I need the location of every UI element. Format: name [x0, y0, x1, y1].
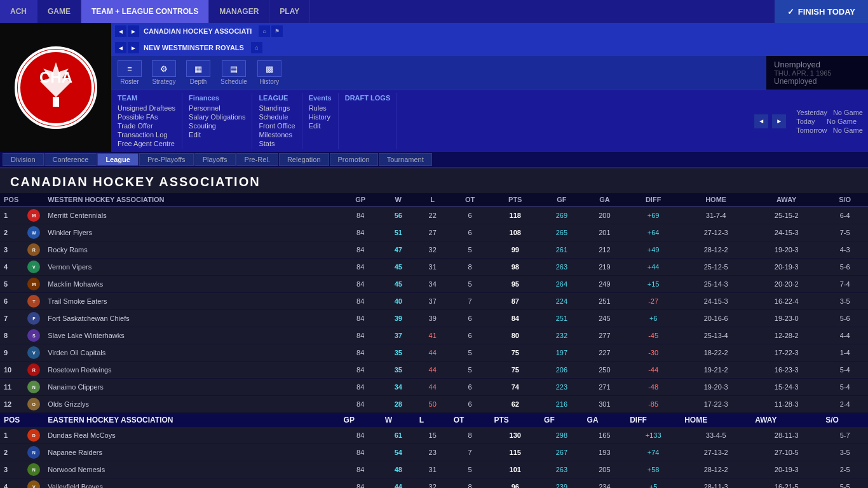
- table-row[interactable]: 4 V Valleyfield Braves 84 44 32 8 96 239…: [0, 478, 868, 489]
- team-name-cell[interactable]: Fort Saskatchewan Chiefs: [44, 310, 339, 327]
- so-cell: 2-5: [822, 461, 868, 478]
- league-breadcrumb[interactable]: CANADIAN HOCKEY ASSOCIATI: [142, 27, 254, 35]
- l-cell: 50: [416, 396, 450, 413]
- team-name-cell[interactable]: Valleyfield Braves: [44, 478, 339, 489]
- flag-icon[interactable]: ⚑: [271, 25, 283, 37]
- tab-conference[interactable]: Conference: [44, 153, 97, 166]
- table-row[interactable]: 9 V Virden Oil Capitals 84 35 44 5 75 19…: [0, 344, 868, 362]
- team-name-cell[interactable]: Winkler Flyers: [44, 224, 339, 241]
- team-name-cell[interactable]: Virden Oil Capitals: [44, 344, 339, 362]
- team-breadcrumb[interactable]: NEW WESTMINSTER ROYALS: [142, 44, 246, 51]
- pos-cell: 9: [0, 344, 24, 362]
- history-toolbar-item[interactable]: ▩ History: [257, 60, 281, 85]
- table-row[interactable]: 8 S Slave Lake Winterhawks 84 37 41 6 80…: [0, 327, 868, 344]
- table-row[interactable]: 3 N Norwood Nemesis 84 48 31 5 101 263 2…: [0, 461, 868, 478]
- tab-pre-rel[interactable]: Pre-Rel.: [236, 153, 278, 166]
- team-name-cell[interactable]: Olds Grizzlys: [44, 396, 339, 413]
- milestones-link[interactable]: Milestones: [259, 130, 295, 139]
- nav-back-button-2[interactable]: ◄: [115, 42, 126, 53]
- table-row[interactable]: 3 R Rocky Rams 84 47 32 5 99 261 212 +49…: [0, 241, 868, 259]
- team-name-cell[interactable]: Dundas Real McCoys: [44, 427, 339, 444]
- w-cell: 40: [381, 293, 416, 310]
- team-name-cell[interactable]: Merritt Centennials: [44, 207, 339, 224]
- history-link[interactable]: History: [309, 112, 332, 121]
- w-cell: 51: [381, 224, 416, 241]
- ga-cell: 245: [583, 310, 627, 327]
- personnel-link[interactable]: Personnel: [189, 104, 245, 112]
- nav-forward-button[interactable]: ►: [128, 25, 139, 37]
- tab-playoffs[interactable]: Playoffs: [194, 153, 236, 166]
- trade-offer-link[interactable]: Trade Offer: [118, 121, 175, 130]
- gf-cell: 239: [540, 478, 583, 489]
- front-office-link[interactable]: Front Office: [259, 121, 295, 130]
- events-edit-link[interactable]: Edit: [309, 121, 332, 130]
- home-cell: 25-12-5: [681, 259, 751, 276]
- draft-prev-button[interactable]: ◄: [754, 114, 768, 128]
- nav-forward-button-2[interactable]: ►: [128, 42, 139, 53]
- table-row[interactable]: 6 T Trail Smoke Eaters 84 40 37 7 87 224…: [0, 293, 868, 310]
- diff-cell: -48: [626, 379, 681, 396]
- table-row[interactable]: 5 M Macklin Mohawks 84 45 34 5 95 264 24…: [0, 276, 868, 293]
- strategy-toolbar-item[interactable]: ⚙ Strategy: [152, 60, 176, 85]
- draft-next-button[interactable]: ►: [772, 114, 786, 128]
- table-row[interactable]: 1 D Dundas Real McCoys 84 61 15 8 130 29…: [0, 427, 868, 444]
- nav-play[interactable]: PLAY: [269, 0, 310, 23]
- pos-cell: 12: [0, 396, 24, 413]
- roster-toolbar-item[interactable]: ≡ Roster: [118, 60, 142, 85]
- nav-manager[interactable]: MANAGER: [209, 0, 269, 23]
- stats-link[interactable]: Stats: [259, 139, 295, 148]
- schedule-toolbar-item[interactable]: ▤ Schedule: [220, 60, 247, 85]
- tab-relegation[interactable]: Relegation: [279, 153, 329, 166]
- nav-game[interactable]: GAME: [37, 0, 81, 23]
- tab-division[interactable]: Division: [3, 153, 44, 166]
- team-name-cell[interactable]: Nanaimo Clippers: [44, 379, 339, 396]
- team-name-cell[interactable]: Slave Lake Winterhawks: [44, 327, 339, 344]
- schedule-link[interactable]: Schedule: [259, 112, 295, 121]
- transaction-log-link[interactable]: Transaction Log: [118, 130, 175, 139]
- nav-back-button[interactable]: ◄: [115, 25, 126, 37]
- l-cell: 44: [416, 362, 450, 379]
- finish-today-button[interactable]: ✓ FINISH TODAY: [775, 0, 868, 23]
- diff-cell: +15: [626, 276, 681, 293]
- team-name-cell[interactable]: Rosetown Redwings: [44, 362, 339, 379]
- table-row[interactable]: 7 F Fort Saskatchewan Chiefs 84 39 39 6 …: [0, 310, 868, 327]
- team-name-cell[interactable]: Macklin Mohawks: [44, 276, 339, 293]
- salary-obligations-link[interactable]: Salary Obligations: [189, 112, 245, 121]
- possible-fas-link[interactable]: Possible FAs: [118, 112, 175, 121]
- w-cell: 35: [381, 344, 416, 362]
- free-agent-centre-link[interactable]: Free Agent Centre: [118, 139, 175, 148]
- scouting-link[interactable]: Scouting: [189, 121, 245, 130]
- nav-team-league[interactable]: TEAM + LEAGUE CONTROLS: [81, 0, 209, 23]
- tab-promotion[interactable]: Promotion: [330, 153, 378, 166]
- table-row[interactable]: 2 N Napanee Raiders 84 54 23 7 115 267 1…: [0, 444, 868, 461]
- table-row[interactable]: 2 W Winkler Flyers 84 51 27 6 108 265 20…: [0, 224, 868, 241]
- diff-cell: +6: [626, 310, 681, 327]
- team-name-cell[interactable]: Norwood Nemesis: [44, 461, 339, 478]
- table-row[interactable]: 11 N Nanaimo Clippers 84 34 44 6 74 223 …: [0, 379, 868, 396]
- unsigned-draftees-link[interactable]: Unsigned Draftees: [118, 104, 175, 112]
- tab-league[interactable]: League: [97, 153, 139, 166]
- nav-ach[interactable]: ACH: [0, 0, 37, 23]
- standings-wrapper: POS WESTERN HOCKEY ASSOCIATION GP W L OT…: [0, 193, 868, 488]
- tab-tournament[interactable]: Tournament: [379, 153, 432, 166]
- gf-cell: 263: [540, 259, 583, 276]
- team-name-cell[interactable]: Napanee Raiders: [44, 444, 339, 461]
- finances-edit-link[interactable]: Edit: [189, 130, 245, 139]
- team-name-cell[interactable]: Vernon Vipers: [44, 259, 339, 276]
- home-icon-2[interactable]: ⌂: [251, 42, 262, 53]
- table-row[interactable]: 4 V Vernon Vipers 84 45 31 8 98 263 219 …: [0, 259, 868, 276]
- home-cell: 33-4-5: [681, 427, 751, 444]
- tab-pre-playoffs[interactable]: Pre-Playoffs: [139, 153, 194, 166]
- depth-toolbar-item[interactable]: ▦ Depth: [186, 60, 210, 85]
- table-row[interactable]: 10 R Rosetown Redwings 84 35 44 5 75 206…: [0, 362, 868, 379]
- east-away-header: AWAY: [751, 413, 822, 428]
- home-icon[interactable]: ⌂: [259, 25, 270, 37]
- table-row[interactable]: 1 M Merritt Centennials 84 56 22 6 118 2…: [0, 207, 868, 224]
- team-name-cell[interactable]: Rocky Rams: [44, 241, 339, 259]
- team-name-cell[interactable]: Trail Smoke Eaters: [44, 293, 339, 310]
- pts-cell: 95: [490, 276, 540, 293]
- gf-header: GF: [540, 193, 583, 207]
- rules-link[interactable]: Rules: [309, 104, 332, 112]
- table-row[interactable]: 12 O Olds Grizzlys 84 28 50 6 62 216 301…: [0, 396, 868, 413]
- standings-link[interactable]: Standings: [259, 104, 295, 112]
